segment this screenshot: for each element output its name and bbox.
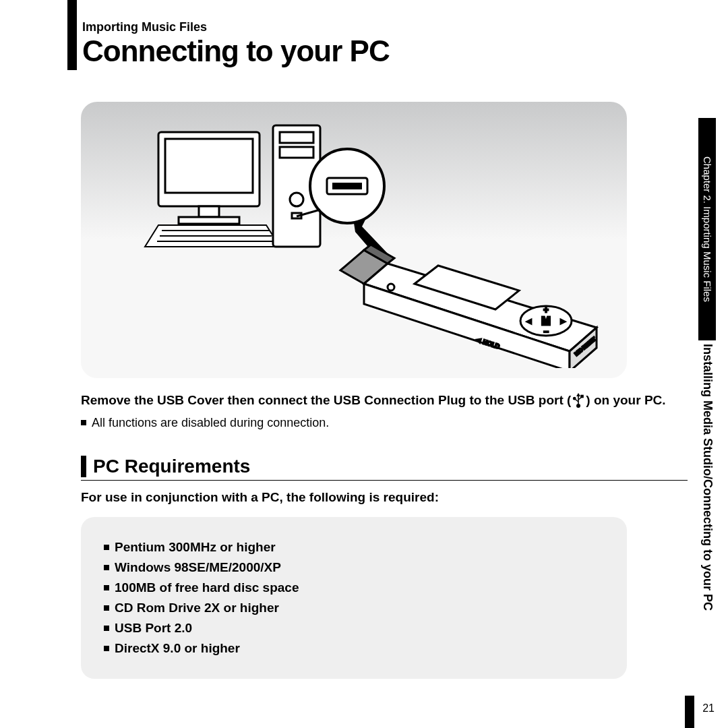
svg-point-29 — [574, 397, 576, 399]
svg-point-23 — [388, 284, 394, 291]
req-text: CD Rom Drive 2X or higher — [115, 601, 279, 615]
list-item: CD Rom Drive 2X or higher — [104, 601, 604, 615]
square-bullet-icon — [104, 585, 109, 590]
square-bullet-icon — [81, 420, 86, 425]
svg-text:M: M — [541, 315, 550, 327]
svg-rect-14 — [332, 183, 362, 189]
chapter-tab: Chapter 2. Importing Music Files — [698, 118, 716, 340]
list-item: Windows 98SE/ME/2000/XP — [104, 560, 604, 575]
chapter-tab-label: Chapter 2. Importing Music Files — [702, 156, 713, 302]
req-text: 100MB of free hard disc space — [115, 580, 299, 595]
section-heading: PC Requirements — [81, 456, 688, 481]
svg-rect-3 — [179, 217, 239, 224]
svg-point-10 — [290, 193, 303, 206]
section-intro: For use in conjunction with a PC, the fo… — [81, 490, 688, 505]
svg-rect-9 — [280, 147, 313, 158]
svg-rect-1 — [165, 139, 253, 193]
square-bullet-icon — [104, 626, 109, 631]
req-text: DirectX 9.0 or higher — [115, 641, 240, 656]
page-title: Connecting to your PC — [82, 34, 688, 68]
instruction-text: Remove the USB Cover then connect the US… — [81, 392, 688, 409]
page-marker-bottom — [685, 696, 694, 728]
svg-text:+: + — [543, 305, 548, 315]
svg-marker-28 — [576, 393, 580, 396]
square-bullet-icon — [104, 646, 109, 651]
square-bullet-icon — [104, 545, 109, 550]
square-bullet-icon — [104, 565, 109, 570]
svg-text:−: − — [543, 327, 548, 336]
list-item: 100MB of free hard disc space — [104, 580, 604, 595]
svg-text:◄: ◄ — [526, 317, 533, 325]
svg-rect-2 — [199, 206, 219, 217]
header-accent-bar — [67, 22, 77, 70]
section-title: PC Requirements — [93, 456, 250, 477]
breadcrumb: Importing Music Files — [82, 20, 688, 34]
svg-text:►: ► — [559, 317, 566, 325]
req-text: Pentium 300MHz or higher — [115, 540, 276, 555]
connection-diagram: M + − ◄ ► ◄ HOLD MIC RESET — [81, 102, 627, 378]
requirements-box: Pentium 300MHz or higher Windows 98SE/ME… — [81, 517, 627, 679]
square-bullet-icon — [104, 605, 109, 611]
side-trail: Installing Media Studio/Connecting to yo… — [700, 344, 715, 654]
note-line: All functions are disabled during connec… — [81, 416, 688, 430]
note-text: All functions are disabled during connec… — [92, 416, 329, 430]
instruction-post: ) on your PC. — [586, 392, 665, 409]
req-text: Windows 98SE/ME/2000/XP — [115, 560, 281, 575]
usb-icon — [572, 392, 584, 408]
instruction-pre: Remove the USB Cover then connect the US… — [81, 392, 571, 409]
list-item: USB Port 2.0 — [104, 621, 604, 636]
list-item: Pentium 300MHz or higher — [104, 540, 604, 555]
page-number: 21 — [702, 702, 715, 715]
section-accent-bar — [81, 456, 86, 477]
svg-rect-8 — [280, 132, 313, 143]
pc-requirements-section: PC Requirements For use in conjunction w… — [81, 456, 688, 679]
page-header: Importing Music Files Connecting to your… — [54, 20, 688, 68]
list-item: DirectX 9.0 or higher — [104, 641, 604, 656]
svg-rect-30 — [581, 395, 583, 397]
req-text: USB Port 2.0 — [115, 621, 192, 636]
diagram-svg: M + − ◄ ► ◄ HOLD MIC RESET — [98, 112, 610, 368]
